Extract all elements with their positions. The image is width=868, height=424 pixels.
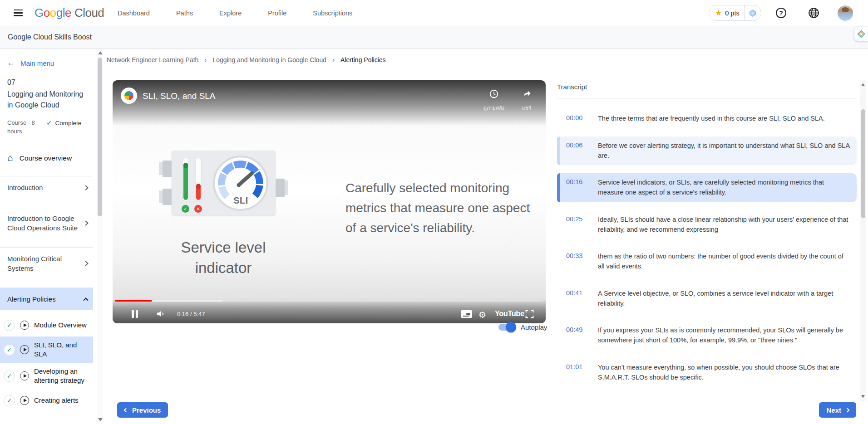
breadcrumb-item-alerting-policies[interactable]: Alerting Policies <box>340 56 386 63</box>
channel-logo[interactable] <box>121 88 137 104</box>
section-label: Alerting Policies <box>7 294 84 304</box>
google-cloud-logo[interactable]: Google Cloud <box>35 6 104 20</box>
logo-google-text: Google <box>35 6 71 20</box>
clock-icon <box>489 88 499 99</box>
transcript-timestamp[interactable]: 01:01 <box>566 363 590 383</box>
user-avatar[interactable] <box>838 5 853 21</box>
sidebar-item-course-overview[interactable]: ⌂ Course overview <box>7 149 93 168</box>
home-icon: ⌂ <box>7 153 13 162</box>
nav-item-paths[interactable]: Paths <box>176 10 193 17</box>
transcript-text: You can't measure everything, so when po… <box>598 363 850 383</box>
gem-icon[interactable] <box>749 10 756 17</box>
watch-later-label: ดูภายหลัง <box>481 104 507 112</box>
help-icon[interactable]: ? <box>776 8 786 18</box>
lesson-item-sli-slo-and-sla[interactable]: ✓SLI, SLO, and SLA <box>0 336 93 363</box>
transcript-row: 00:16Service level indicators, or SLIs, … <box>557 173 857 202</box>
chevron-up-icon <box>83 297 88 302</box>
video-player[interactable]: ✓ ✕ SLI <box>113 80 546 323</box>
chevron-right-icon <box>845 408 850 412</box>
watch-later-button[interactable]: ดูภายหลัง <box>481 88 507 112</box>
sidebar-section-monitoring-critical-systems[interactable]: Monitoring Critical Systems <box>7 248 93 279</box>
nav-item-explore[interactable]: Explore <box>219 10 242 17</box>
machine-connector <box>163 189 172 205</box>
points-badge[interactable]: ★ 0 pts <box>709 5 761 21</box>
help-glyph: ? <box>779 10 783 17</box>
previous-label: Previous <box>132 406 161 414</box>
breadcrumb-separator-icon: › <box>204 56 207 63</box>
primary-nav: DashboardPathsExploreProfileSubscription… <box>118 0 352 26</box>
transcript-timestamp[interactable]: 00:06 <box>566 141 590 161</box>
sidebar-section-introduction-to-google-cloud-operations-suite[interactable]: Introduction to Google Cloud Operations … <box>7 207 93 239</box>
lesson-item-module-overview[interactable]: ✓Module Overview <box>0 314 93 336</box>
course-title: Logging and Monitoring in Google Cloud <box>7 89 88 111</box>
lesson-label: Creating alerts <box>34 396 79 405</box>
nav-item-dashboard[interactable]: Dashboard <box>118 10 150 17</box>
scroll-thumb[interactable] <box>861 109 865 218</box>
lesson-item-creating-alerts[interactable]: ✓Creating alerts <box>0 389 93 412</box>
content-scrollbar[interactable] <box>860 80 866 401</box>
red-slider <box>195 158 202 201</box>
scroll-up-arrow[interactable] <box>861 83 865 86</box>
machine-connector <box>276 179 285 197</box>
scroll-up-arrow[interactable] <box>98 51 103 54</box>
transcript-row: 00:00The three terms that are frequently… <box>557 109 857 128</box>
green-slider <box>182 158 189 201</box>
breadcrumb-item-network-engineer-learning-path[interactable]: Network Engineer Learning Path <box>107 56 198 63</box>
sidebar-section-alerting-policies[interactable]: Alerting Policies <box>0 288 93 310</box>
breadcrumb-item-logging-and-monitoring-in-google-cloud[interactable]: Logging and Monitoring in Google Cloud <box>212 56 326 63</box>
play-triangle <box>24 323 27 327</box>
sidebar-sections: IntroductionIntroduction to Google Cloud… <box>7 176 93 310</box>
fullscreen-button[interactable] <box>525 309 534 319</box>
transcript-timestamp[interactable]: 00:25 <box>566 215 590 235</box>
share-button[interactable]: แชร์ <box>514 88 539 112</box>
machine-connector <box>163 161 172 177</box>
transcript-timestamp[interactable]: 00:49 <box>566 326 590 346</box>
transcript-timestamp[interactable]: 00:16 <box>566 178 590 198</box>
progress-bar[interactable] <box>115 300 543 302</box>
section-label: Introduction to Google Cloud Operations … <box>7 214 84 233</box>
transcript-text: Service level indicators, or SLIs, are c… <box>598 178 850 198</box>
next-button[interactable]: Next <box>819 402 856 418</box>
transcript-text: them as the ratio of two numbers: the nu… <box>598 252 850 272</box>
nav-item-profile[interactable]: Profile <box>268 10 286 17</box>
main-menu-label: Main menu <box>20 59 54 67</box>
page: Google Cloud DashboardPathsExploreProfil… <box>0 0 868 424</box>
toggle-knob <box>506 322 516 332</box>
transcript-timestamp[interactable]: 00:00 <box>566 114 590 124</box>
menu-icon[interactable] <box>14 10 23 16</box>
autoplay-toggle[interactable] <box>498 324 515 331</box>
youtube-logo[interactable]: YouTube <box>495 309 524 318</box>
video-title[interactable]: SLI, SLO, and SLA <box>143 91 216 101</box>
transcript-text: The three terms that are frequently used… <box>598 114 850 124</box>
pause-button[interactable] <box>132 310 138 318</box>
sidebar-section-introduction[interactable]: Introduction <box>7 176 93 199</box>
google-cloud-channel-icon <box>124 91 133 100</box>
complete-check-icon: ✓ <box>46 119 52 127</box>
volume-icon[interactable] <box>155 308 166 319</box>
transcript-timestamp[interactable]: 00:41 <box>566 289 590 309</box>
slide-caption: Carefully selected monitoring metrics th… <box>345 178 542 238</box>
sidebar-scrollbar[interactable] <box>97 49 103 424</box>
breadcrumb: Network Engineer Learning Path›Logging a… <box>107 56 386 63</box>
transcript-text: If you express your SLIs as is commonly … <box>598 326 850 346</box>
pill-divider <box>744 5 745 20</box>
previous-button[interactable]: Previous <box>117 402 168 418</box>
nav-item-subscriptions[interactable]: Subscriptions <box>313 10 352 17</box>
chevron-right-icon <box>83 185 88 190</box>
scroll-down-arrow[interactable] <box>98 418 103 421</box>
points-label: 0 pts <box>725 10 739 17</box>
settings-gear-icon[interactable]: ⚙ <box>478 310 486 320</box>
language-globe-icon[interactable] <box>808 7 819 19</box>
transcript-text: Before we cover alerting strategy, it is… <box>598 141 850 161</box>
course-duration: Course · 8 hours <box>7 118 46 136</box>
scroll-down-arrow[interactable] <box>861 395 865 398</box>
lesson-label: SLI, SLO, and SLA <box>34 341 90 359</box>
scroll-thumb[interactable] <box>98 58 102 216</box>
transcript-timestamp[interactable]: 00:33 <box>566 252 590 272</box>
top-navbar: Google Cloud DashboardPathsExploreProfil… <box>0 0 868 26</box>
site-title: Google Cloud Skills Boost <box>8 33 92 41</box>
captions-button[interactable] <box>461 310 472 318</box>
main-menu-back-link[interactable]: ← Main menu <box>7 58 93 68</box>
browser-extension-button[interactable] <box>854 27 868 41</box>
lesson-item-developing-an-alterting-strategy[interactable]: ✓Developing an alterting strategy <box>0 363 93 389</box>
